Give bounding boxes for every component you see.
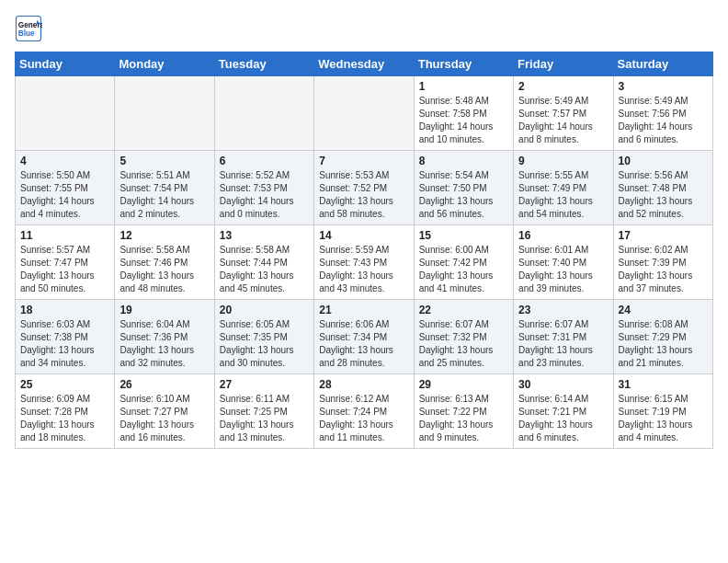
calendar-cell: 23 Sunrise: 6:07 AMSunset: 7:31 PMDaylig… [514,300,613,374]
calendar-cell [214,76,313,151]
day-info: Sunrise: 5:59 AMSunset: 7:43 PMDaylight:… [319,244,408,295]
svg-text:Blue: Blue [18,29,35,38]
day-info: Sunrise: 6:15 AMSunset: 7:19 PMDaylight:… [619,393,708,444]
day-number: 11 [20,229,109,242]
day-number: 16 [518,229,608,242]
header-thursday: Thursday [414,52,513,76]
calendar-cell [16,76,115,151]
calendar-cell: 29 Sunrise: 6:13 AMSunset: 7:22 PMDaylig… [414,374,513,449]
day-info: Sunrise: 5:57 AMSunset: 7:47 PMDaylight:… [20,244,109,295]
day-info: Sunrise: 6:02 AMSunset: 7:39 PMDaylight:… [619,244,708,295]
day-info: Sunrise: 6:14 AMSunset: 7:21 PMDaylight:… [518,393,608,444]
day-number: 15 [419,229,508,242]
header-wednesday: Wednesday [314,52,414,76]
day-info: Sunrise: 6:11 AMSunset: 7:25 PMDaylight:… [220,393,309,444]
calendar-cell: 2 Sunrise: 5:49 AMSunset: 7:57 PMDayligh… [514,76,613,151]
day-info: Sunrise: 5:58 AMSunset: 7:46 PMDaylight:… [119,244,209,295]
header-sunday: Sunday [16,52,115,76]
logo: General Blue [15,15,46,42]
day-info: Sunrise: 6:07 AMSunset: 7:31 PMDaylight:… [518,318,608,370]
calendar-cell: 30 Sunrise: 6:14 AMSunset: 7:21 PMDaylig… [514,374,613,449]
calendar-cell: 15 Sunrise: 6:00 AMSunset: 7:42 PMDaylig… [414,225,513,300]
calendar-cell: 20 Sunrise: 6:05 AMSunset: 7:35 PMDaylig… [214,300,313,374]
day-number: 27 [220,378,309,391]
day-number: 17 [619,229,708,242]
day-number: 21 [319,304,408,316]
day-info: Sunrise: 6:06 AMSunset: 7:34 PMDaylight:… [319,318,408,370]
calendar-cell [314,76,414,151]
day-number: 22 [419,304,508,316]
day-number: 2 [518,80,608,93]
day-number: 9 [518,155,608,167]
day-number: 29 [419,378,508,391]
calendar-cell: 7 Sunrise: 5:53 AMSunset: 7:52 PMDayligh… [314,151,414,225]
calendar-cell: 26 Sunrise: 6:10 AMSunset: 7:27 PMDaylig… [115,374,214,449]
day-number: 23 [518,304,608,316]
day-info: Sunrise: 6:12 AMSunset: 7:24 PMDaylight:… [319,393,408,444]
calendar-cell: 28 Sunrise: 6:12 AMSunset: 7:24 PMDaylig… [314,374,414,449]
calendar-cell: 22 Sunrise: 6:07 AMSunset: 7:32 PMDaylig… [414,300,513,374]
calendar-cell: 17 Sunrise: 6:02 AMSunset: 7:39 PMDaylig… [613,225,712,300]
day-info: Sunrise: 5:54 AMSunset: 7:50 PMDaylight:… [419,169,508,221]
day-number: 30 [518,378,608,391]
day-number: 31 [619,378,708,391]
day-number: 26 [119,378,209,391]
header-tuesday: Tuesday [214,52,313,76]
day-info: Sunrise: 6:01 AMSunset: 7:40 PMDaylight:… [518,244,608,295]
day-number: 28 [319,378,408,391]
day-number: 3 [619,80,708,93]
day-info: Sunrise: 5:50 AMSunset: 7:55 PMDaylight:… [20,169,109,221]
day-number: 7 [319,155,408,167]
header-friday: Friday [514,52,613,76]
calendar-cell: 19 Sunrise: 6:04 AMSunset: 7:36 PMDaylig… [115,300,214,374]
logo-icon: General Blue [15,15,42,42]
calendar-cell: 25 Sunrise: 6:09 AMSunset: 7:28 PMDaylig… [16,374,115,449]
day-info: Sunrise: 6:05 AMSunset: 7:35 PMDaylight:… [220,318,309,370]
day-info: Sunrise: 5:53 AMSunset: 7:52 PMDaylight:… [319,169,408,221]
day-number: 10 [619,155,708,167]
header-saturday: Saturday [613,52,712,76]
day-info: Sunrise: 5:48 AMSunset: 7:58 PMDaylight:… [419,95,508,146]
day-number: 19 [119,304,209,316]
day-number: 12 [119,229,209,242]
day-number: 6 [220,155,309,167]
calendar-cell: 8 Sunrise: 5:54 AMSunset: 7:50 PMDayligh… [414,151,513,225]
day-info: Sunrise: 6:00 AMSunset: 7:42 PMDaylight:… [419,244,508,295]
day-info: Sunrise: 5:58 AMSunset: 7:44 PMDaylight:… [220,244,309,295]
day-number: 25 [20,378,109,391]
day-info: Sunrise: 5:52 AMSunset: 7:53 PMDaylight:… [220,169,309,221]
calendar-header-row: SundayMondayTuesdayWednesdayThursdayFrid… [16,52,713,76]
calendar-cell: 13 Sunrise: 5:58 AMSunset: 7:44 PMDaylig… [214,225,313,300]
calendar-cell: 5 Sunrise: 5:51 AMSunset: 7:54 PMDayligh… [115,151,214,225]
day-info: Sunrise: 6:13 AMSunset: 7:22 PMDaylight:… [419,393,508,444]
calendar-cell: 10 Sunrise: 5:56 AMSunset: 7:48 PMDaylig… [613,151,712,225]
calendar-cell: 27 Sunrise: 6:11 AMSunset: 7:25 PMDaylig… [214,374,313,449]
day-info: Sunrise: 5:56 AMSunset: 7:48 PMDaylight:… [619,169,708,221]
day-info: Sunrise: 6:03 AMSunset: 7:38 PMDaylight:… [20,318,109,370]
day-info: Sunrise: 5:55 AMSunset: 7:49 PMDaylight:… [518,169,608,221]
svg-text:General: General [18,21,42,29]
day-info: Sunrise: 6:09 AMSunset: 7:28 PMDaylight:… [20,393,109,444]
calendar-cell: 18 Sunrise: 6:03 AMSunset: 7:38 PMDaylig… [16,300,115,374]
page-header: General Blue [15,15,713,42]
calendar-table: SundayMondayTuesdayWednesdayThursdayFrid… [15,52,713,449]
calendar-cell: 4 Sunrise: 5:50 AMSunset: 7:55 PMDayligh… [16,151,115,225]
calendar-cell: 14 Sunrise: 5:59 AMSunset: 7:43 PMDaylig… [314,225,414,300]
day-info: Sunrise: 6:07 AMSunset: 7:32 PMDaylight:… [419,318,508,370]
day-number: 18 [20,304,109,316]
day-info: Sunrise: 5:49 AMSunset: 7:56 PMDaylight:… [619,95,708,146]
calendar-cell: 31 Sunrise: 6:15 AMSunset: 7:19 PMDaylig… [613,374,712,449]
day-info: Sunrise: 5:49 AMSunset: 7:57 PMDaylight:… [518,95,608,146]
day-info: Sunrise: 6:10 AMSunset: 7:27 PMDaylight:… [119,393,209,444]
day-number: 14 [319,229,408,242]
calendar-cell: 3 Sunrise: 5:49 AMSunset: 7:56 PMDayligh… [613,76,712,151]
calendar-cell: 1 Sunrise: 5:48 AMSunset: 7:58 PMDayligh… [414,76,513,151]
calendar-cell: 21 Sunrise: 6:06 AMSunset: 7:34 PMDaylig… [314,300,414,374]
calendar-cell: 16 Sunrise: 6:01 AMSunset: 7:40 PMDaylig… [514,225,613,300]
day-number: 1 [419,80,508,93]
calendar-cell: 24 Sunrise: 6:08 AMSunset: 7:29 PMDaylig… [613,300,712,374]
calendar-cell: 11 Sunrise: 5:57 AMSunset: 7:47 PMDaylig… [16,225,115,300]
header-monday: Monday [115,52,214,76]
calendar-cell: 9 Sunrise: 5:55 AMSunset: 7:49 PMDayligh… [514,151,613,225]
day-info: Sunrise: 6:04 AMSunset: 7:36 PMDaylight:… [119,318,209,370]
